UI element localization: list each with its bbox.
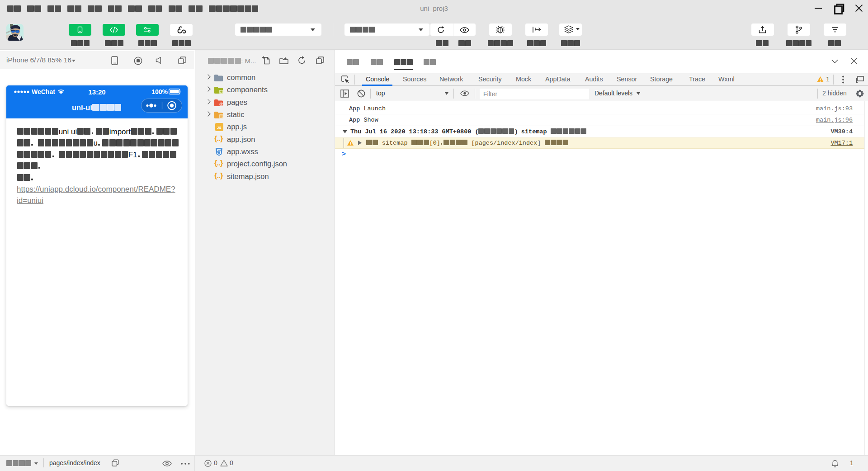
svg-text:JS: JS [217,126,222,130]
